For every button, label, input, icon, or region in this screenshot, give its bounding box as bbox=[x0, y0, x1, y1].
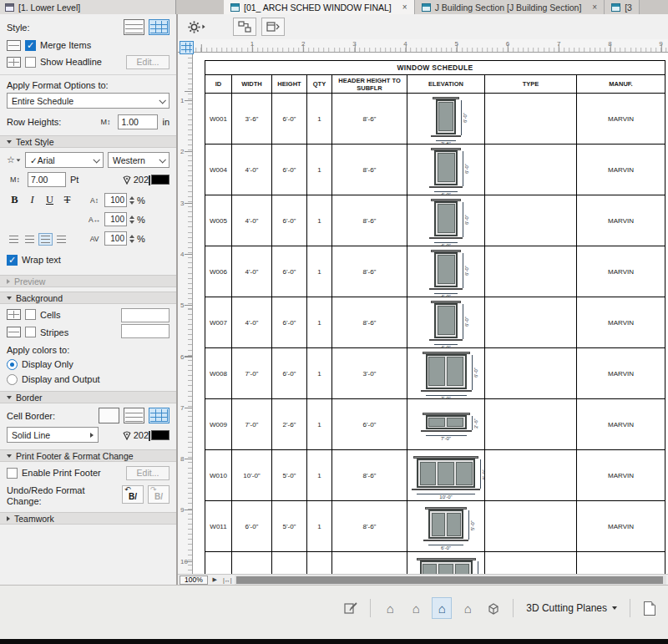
section-preview[interactable]: Preview bbox=[0, 275, 176, 287]
cell-id[interactable]: W010 bbox=[205, 450, 232, 501]
align-right-icon[interactable] bbox=[38, 233, 53, 246]
cell-elevation[interactable]: 4'-0"6'-0" bbox=[407, 297, 485, 348]
cell-manuf[interactable]: MARVIN bbox=[577, 399, 665, 450]
align-left-icon[interactable] bbox=[7, 233, 21, 246]
cell-height[interactable]: 5'-0" bbox=[272, 450, 307, 501]
wrap-text-checkbox[interactable] bbox=[7, 255, 18, 266]
cell-id[interactable]: W011 bbox=[205, 501, 232, 552]
cell-id[interactable]: W001 bbox=[205, 94, 232, 145]
cell-height[interactable]: 6'-0" bbox=[272, 297, 307, 348]
cell-header-height[interactable]: 8'-6" bbox=[332, 145, 407, 195]
cell-height[interactable]: 6'-0" bbox=[272, 145, 307, 195]
width-factor-stepper[interactable] bbox=[129, 216, 134, 224]
cell-header-height[interactable]: 6'-0" bbox=[332, 399, 407, 450]
column-header[interactable]: WIDTH bbox=[232, 75, 272, 94]
cell-width[interactable]: 6'-0" bbox=[232, 501, 272, 552]
close-icon[interactable]: × bbox=[592, 3, 597, 12]
text-pen-button[interactable]: 202 bbox=[123, 175, 170, 185]
edit-headline-button[interactable]: Edit... bbox=[126, 55, 170, 69]
cell-height[interactable]: 5'-0" bbox=[272, 501, 307, 552]
cell-header-height[interactable]: 8'-6" bbox=[332, 450, 407, 501]
cell-elevation[interactable]: 4'-0"6'-0" bbox=[407, 145, 485, 195]
font-size-input[interactable]: 7.00 bbox=[28, 172, 66, 187]
column-header[interactable]: TYPE bbox=[485, 75, 577, 94]
cell-qty[interactable]: 1 bbox=[307, 501, 332, 552]
cell-qty[interactable]: 1 bbox=[307, 399, 332, 450]
cell-manuf[interactable]: MARVIN bbox=[577, 195, 665, 246]
cell-header-height[interactable]: 8'-6" bbox=[332, 195, 407, 246]
strikethrough-button[interactable]: T bbox=[59, 192, 75, 208]
italic-button[interactable]: I bbox=[24, 192, 40, 208]
drawing-canvas[interactable]: WINDOW SCHEDULEIDWIDTHHEIGHTQTYHEADER HE… bbox=[193, 53, 668, 574]
cell-qty[interactable]: 1 bbox=[307, 297, 332, 348]
cell-type[interactable] bbox=[485, 552, 577, 574]
cell-elevation[interactable]: 7'-0"6'-0" bbox=[407, 348, 485, 399]
zoom-menu-button[interactable]: ▶ bbox=[210, 576, 220, 585]
align-justify-icon[interactable] bbox=[54, 233, 68, 246]
cell-qty[interactable]: 1 bbox=[307, 94, 332, 145]
redo-format-button[interactable]: ↷ B/ bbox=[148, 485, 170, 504]
edit-drawing-button[interactable] bbox=[341, 597, 361, 619]
cell-height[interactable]: 2'-6" bbox=[272, 399, 307, 450]
layout-sheet-button[interactable] bbox=[640, 597, 660, 619]
section-background[interactable]: Background bbox=[0, 292, 176, 304]
cell-height[interactable]: 6'-0" bbox=[272, 246, 307, 297]
schedule-title[interactable]: WINDOW SCHEDULE bbox=[205, 61, 665, 75]
cell-elevation[interactable]: 3'-6"6'-0" bbox=[407, 94, 485, 145]
cell-width[interactable]: 7'-0" bbox=[232, 348, 272, 399]
cell-header-height[interactable] bbox=[332, 552, 407, 574]
display-and-output-radio[interactable] bbox=[7, 374, 18, 385]
border-outline-icon[interactable] bbox=[99, 408, 119, 423]
line-type-select[interactable]: Solid Line bbox=[7, 427, 99, 443]
font-family-select[interactable]: ✓Arial bbox=[25, 152, 104, 168]
cells-color-swatch[interactable] bbox=[121, 308, 170, 322]
fit-width-button[interactable]: |↔| bbox=[222, 576, 233, 585]
style-option-grid-icon[interactable] bbox=[149, 19, 170, 35]
cell-height[interactable]: 6'-0" bbox=[272, 195, 307, 246]
cell-qty[interactable]: 1 bbox=[307, 145, 332, 195]
bold-button[interactable]: B bbox=[7, 192, 23, 208]
cell-height[interactable] bbox=[272, 552, 307, 574]
cell-width[interactable] bbox=[232, 552, 272, 574]
3d-styles-button[interactable]: ⌂ bbox=[458, 597, 478, 619]
ruler-origin-icon[interactable] bbox=[180, 41, 194, 54]
apply-format-select[interactable]: Entire Schedule bbox=[7, 93, 170, 109]
cell-manuf[interactable] bbox=[577, 552, 665, 574]
perspective-box-button[interactable] bbox=[483, 597, 504, 619]
scrollbar-thumb[interactable] bbox=[236, 576, 663, 584]
cutting-planes-dropdown[interactable]: 3D Cutting Planes bbox=[523, 597, 620, 619]
width-factor-input[interactable]: 100 bbox=[104, 212, 127, 226]
cell-width[interactable]: 7'-0" bbox=[232, 399, 272, 450]
cell-type[interactable] bbox=[485, 195, 577, 246]
orbit-view-button[interactable]: ⌂ bbox=[380, 597, 400, 619]
underline-button[interactable]: U bbox=[42, 192, 58, 208]
display-only-radio[interactable] bbox=[7, 359, 18, 370]
document-tab[interactable]: J Building Section [J Building Section]× bbox=[415, 0, 605, 14]
section-print-footer[interactable]: Print Footer & Format Change bbox=[0, 449, 176, 462]
cell-qty[interactable]: 1 bbox=[307, 195, 332, 246]
cell-type[interactable] bbox=[485, 246, 577, 297]
cell-qty[interactable]: 1 bbox=[307, 246, 332, 297]
cell-width[interactable]: 3'-6" bbox=[232, 94, 272, 145]
column-header[interactable]: ELEVATION bbox=[407, 75, 485, 94]
border-horizontal-icon[interactable] bbox=[124, 408, 144, 423]
row-heights-input[interactable]: 1.00 bbox=[118, 114, 158, 129]
spacing-factor-stepper[interactable] bbox=[129, 235, 134, 243]
edit-print-footer-button[interactable]: Edit... bbox=[126, 466, 170, 480]
cell-height[interactable]: 6'-0" bbox=[272, 94, 307, 145]
cell-width[interactable]: 10'-0" bbox=[232, 450, 272, 501]
cell-id[interactable]: W005 bbox=[205, 195, 232, 246]
line-spacing-input[interactable]: 100 bbox=[104, 193, 127, 207]
favorites-star-icon[interactable]: ☆ bbox=[7, 155, 21, 165]
document-tab[interactable]: [3 bbox=[605, 0, 640, 14]
section-teamwork[interactable]: Teamwork bbox=[0, 512, 176, 525]
section-border[interactable]: Border bbox=[0, 391, 176, 403]
cell-header-height[interactable]: 8'-6" bbox=[332, 94, 407, 145]
cell-type[interactable] bbox=[485, 297, 577, 348]
show-headline-checkbox[interactable] bbox=[25, 57, 36, 68]
cell-qty[interactable] bbox=[307, 552, 332, 574]
border-pen-button[interactable]: 202 bbox=[123, 430, 170, 440]
cells-checkbox[interactable] bbox=[25, 309, 36, 320]
sidebar-palette-tab[interactable]: [1. Lower Level] bbox=[0, 0, 176, 14]
current-3d-style-button[interactable]: ⌂ bbox=[432, 597, 452, 619]
